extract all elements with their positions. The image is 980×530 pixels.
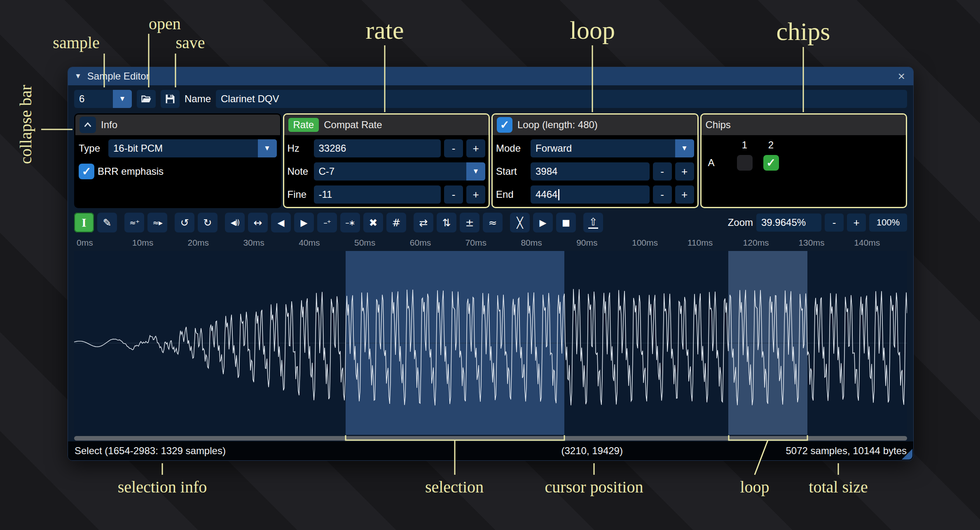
timeline-label: 60ms	[410, 238, 431, 248]
loop-start-increment-button[interactable]: +	[675, 162, 694, 181]
zoom-input[interactable]: 39.9645%	[756, 213, 821, 232]
reverse-icon: ⇄	[419, 217, 428, 229]
window-titlebar: ▼ Sample Editor ×	[68, 67, 913, 85]
chip-a2-checkbox[interactable]: ✓	[763, 155, 779, 171]
hz-input[interactable]: 33286	[314, 139, 441, 157]
redo-button[interactable]: ↻	[198, 213, 218, 232]
reverse-button[interactable]: ⇄	[414, 213, 433, 232]
type-select-value: 16-bit PCM	[108, 139, 258, 157]
dropdown-arrow-icon: ▼	[113, 90, 132, 108]
loop-start-input[interactable]: 3984	[531, 162, 650, 181]
normalize-button[interactable]: ↔	[248, 213, 268, 232]
annotation-chips: chips	[777, 17, 830, 46]
toolbar-buttons: I✎≈⁺≈▸↺↻◀))↔◀▶–⁺–∗✖#⇄⇅±≈╳▶■⇧	[74, 213, 603, 232]
brr-emphasis-label: BRR emphasis	[98, 166, 164, 177]
timeline-label: 100ms	[632, 238, 658, 248]
brr-emphasis-checkbox[interactable]: ✓	[79, 164, 94, 179]
create-wavetable-button[interactable]: ⇧	[583, 213, 603, 232]
note-select[interactable]: C-7 ▼	[314, 162, 486, 181]
loop-checkbox[interactable]: ✓	[497, 117, 512, 133]
apply-silence-icon: –∗	[345, 218, 355, 227]
rate-panel-title: Compat Rate	[324, 119, 382, 131]
filter-button[interactable]: ≈	[483, 213, 503, 232]
fine-decrement-button[interactable]: -	[444, 185, 463, 204]
zoom-out-button[interactable]: -	[825, 213, 844, 232]
apply-silence-button[interactable]: –∗	[340, 213, 360, 232]
type-label: Type	[79, 143, 105, 154]
note-select-value: C-7	[314, 162, 467, 181]
insert-silence-icon: –⁺	[323, 218, 331, 227]
rate-badge[interactable]: Rate	[288, 118, 319, 132]
annotation-selection-info: selection info	[118, 477, 207, 497]
open-folder-icon	[140, 93, 152, 105]
preview-play-button[interactable]: ▶	[533, 213, 553, 232]
loop-end-input[interactable]: 4464	[531, 185, 650, 204]
sample-selector[interactable]: 6 ▼	[74, 90, 132, 108]
note-label: Note	[288, 166, 311, 177]
horizontal-scrollbar[interactable]	[74, 435, 907, 441]
status-cursor-text: (3210, 19429)	[561, 445, 623, 457]
amplify-button[interactable]: ◀))	[225, 213, 245, 232]
fade-in-button[interactable]: ◀	[271, 213, 291, 232]
check-icon: ✓	[766, 156, 776, 169]
type-select[interactable]: 16-bit PCM ▼	[108, 139, 277, 157]
page: sample open save collapse bar rate loop …	[0, 0, 980, 530]
loop-start-decrement-button[interactable]: -	[653, 162, 672, 181]
chips-panel-header: Chips	[702, 115, 906, 135]
timeline-label: 0ms	[77, 238, 93, 248]
trim-button[interactable]: #	[386, 213, 406, 232]
select-button[interactable]: I	[74, 213, 94, 232]
draw-button[interactable]: ✎	[97, 213, 117, 232]
name-input[interactable]: Clarinet DQV	[216, 90, 907, 108]
loop-start-value: 3984	[536, 166, 557, 177]
panels-row: Info Type 16-bit PCM ▼ ✓ BRR emphasis	[68, 113, 913, 211]
insert-silence-button[interactable]: –⁺	[317, 213, 337, 232]
timeline-label: 50ms	[354, 238, 375, 248]
loop-end-decrement-button[interactable]: -	[653, 185, 672, 204]
sample-selector-value: 6	[74, 90, 113, 108]
timeline-label: 120ms	[743, 238, 769, 248]
window-collapse-icon[interactable]: ▼	[75, 72, 82, 80]
timeline-label: 70ms	[465, 238, 486, 248]
scrollbar-thumb[interactable]	[74, 436, 907, 441]
fine-increment-button[interactable]: +	[466, 185, 485, 204]
open-button[interactable]	[137, 90, 156, 108]
fine-input[interactable]: -11	[314, 185, 441, 204]
close-button[interactable]: ×	[896, 70, 907, 82]
fade-in-icon: ◀	[278, 218, 285, 228]
zoom-reset-button[interactable]: 100%	[869, 213, 907, 232]
rate-panel-header: Rate Compat Rate	[284, 115, 489, 135]
info-collapse-button[interactable]	[80, 117, 96, 133]
save-button[interactable]	[161, 90, 180, 108]
text-caret	[558, 189, 559, 200]
crossfade-button[interactable]: ╳	[510, 213, 530, 232]
fade-out-button[interactable]: ▶	[294, 213, 314, 232]
resize-grip[interactable]	[902, 449, 912, 460]
fade-out-icon: ▶	[301, 218, 308, 228]
resize-button[interactable]: ≈⁺	[124, 213, 144, 232]
mode-select[interactable]: Forward ▼	[531, 139, 694, 157]
annotation-collapse-bar: collapse bar	[16, 85, 35, 164]
preview-play-icon: ▶	[540, 218, 547, 228]
annotation-save: save	[175, 33, 205, 52]
name-input-value: Clarinet DQV	[221, 93, 279, 105]
status-size-text: 5072 samples, 10144 bytes	[786, 445, 907, 457]
loop-end-increment-button[interactable]: +	[675, 185, 694, 204]
chip-a1-checkbox[interactable]	[737, 155, 753, 171]
timeline: 0ms10ms20ms30ms40ms50ms60ms70ms80ms90ms1…	[74, 235, 907, 251]
info-panel-title: Info	[101, 119, 117, 131]
delete-button[interactable]: ✖	[363, 213, 383, 232]
loop-end-label: End	[496, 189, 527, 200]
annotation-open: open	[149, 14, 181, 33]
undo-button[interactable]: ↺	[175, 213, 194, 232]
invert-button[interactable]: ⇅	[437, 213, 456, 232]
zoom-in-button[interactable]: +	[847, 213, 866, 232]
hz-increment-button[interactable]: +	[466, 139, 485, 157]
hz-decrement-button[interactable]: -	[444, 139, 463, 157]
resample-button[interactable]: ≈▸	[147, 213, 167, 232]
waveform-area[interactable]	[74, 251, 907, 435]
sign-exchange-button[interactable]: ±	[460, 213, 479, 232]
preview-stop-button[interactable]: ■	[556, 213, 576, 232]
status-bar: Select (1654-2983: 1329 samples) (3210, …	[68, 441, 913, 460]
sample-row: 6 ▼ Name Clarinet DQV	[68, 85, 913, 113]
